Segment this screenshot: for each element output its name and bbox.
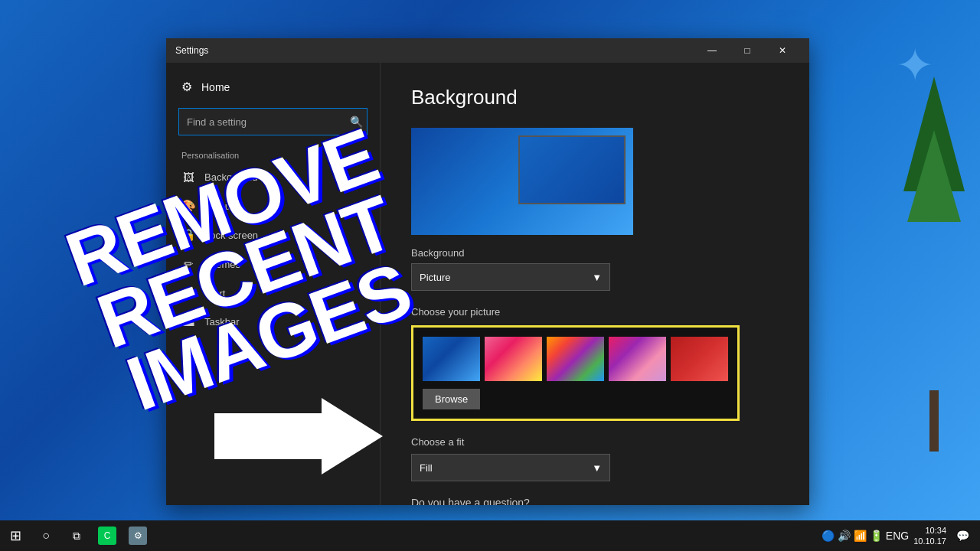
picture-thumb-4[interactable] <box>609 337 666 381</box>
taskbar-system-icons: 🔵 🔊 📶 🔋 ENG <box>822 530 909 542</box>
clock: 10:34 10.10.17 <box>913 525 946 547</box>
sidebar-item-start-label: Start <box>204 288 225 299</box>
green-app-icon: C <box>98 527 116 545</box>
sidebar-item-themes[interactable]: ✏ Themes <box>166 249 380 279</box>
page-title: Background <box>411 86 779 109</box>
bluetooth-icon: 🔵 <box>822 530 835 542</box>
background-preview <box>411 128 633 235</box>
sidebar-item-home[interactable]: ⚙ Home <box>166 72 380 102</box>
browse-button[interactable]: Browse <box>423 389 480 409</box>
search-input[interactable] <box>178 108 368 135</box>
sidebar-item-taskbar-label: Taskbar <box>204 316 240 328</box>
picture-chooser: Browse <box>411 325 740 421</box>
lang-label[interactable]: ENG <box>886 530 909 542</box>
volume-icon[interactable]: 🔊 <box>838 530 851 542</box>
preview-inner <box>518 135 626 204</box>
dropdown-chevron-icon: ▼ <box>592 272 602 283</box>
sidebar: ⚙ Home 🔍 Personalisation 🖼 Background 🎨 … <box>166 63 381 505</box>
clock-date: 10.10.17 <box>913 536 946 546</box>
sidebar-item-background-label: Background <box>204 171 257 183</box>
task-view-icon: ⧉ <box>73 530 80 543</box>
sidebar-item-taskbar[interactable]: ▬ Taskbar <box>166 308 380 336</box>
network-icon[interactable]: 📶 <box>854 530 867 542</box>
lock-screen-icon: 🔒 <box>181 228 195 242</box>
title-bar: Settings — □ ✕ <box>166 38 809 63</box>
taskbar-app-settings[interactable]: ⚙ <box>122 520 153 551</box>
themes-icon: ✏ <box>181 257 195 271</box>
fit-dropdown[interactable]: Fill ▼ <box>411 454 610 481</box>
picture-thumb-5[interactable] <box>671 337 728 381</box>
search-icon[interactable]: 🔍 <box>350 116 363 128</box>
task-view-button[interactable]: ⧉ <box>61 520 92 551</box>
sidebar-item-colours-label: Colours <box>204 201 239 212</box>
colours-icon: 🎨 <box>181 199 195 213</box>
sidebar-item-lock-screen[interactable]: 🔒 Lock screen <box>166 220 380 249</box>
sidebar-item-start[interactable]: ⊞ Start <box>166 279 380 308</box>
picture-thumb-1[interactable] <box>423 337 480 381</box>
desktop-decoration: ✦ <box>812 0 980 520</box>
sidebar-item-lock-label: Lock screen <box>204 230 258 241</box>
desktop: Settings — □ ✕ ⚙ Home 🔍 Personalisation <box>0 0 980 551</box>
tree-top <box>903 77 965 191</box>
tree-shape <box>903 77 965 306</box>
sidebar-item-themes-label: Themes <box>204 259 240 270</box>
fit-dropdown-value: Fill <box>420 462 433 474</box>
picture-grid <box>423 337 728 381</box>
sidebar-item-background[interactable]: 🖼 Background <box>166 163 380 191</box>
question-text: Do you have a question? <box>411 497 779 505</box>
search-box: 🔍 <box>178 108 368 135</box>
close-button[interactable]: ✕ <box>765 38 800 63</box>
home-label: Home <box>201 81 230 93</box>
fit-chevron-icon: ▼ <box>592 462 602 474</box>
taskbar-right: 🔵 🔊 📶 🔋 ENG 10:34 10.10.17 💬 <box>822 520 980 551</box>
battery-icon: 🔋 <box>870 530 883 542</box>
start-button[interactable]: ⊞ <box>0 520 31 551</box>
maximize-button[interactable]: □ <box>730 38 765 63</box>
tree-trunk <box>929 390 939 452</box>
window-title: Settings <box>175 45 694 56</box>
taskbar-app-green[interactable]: C <box>92 520 122 551</box>
home-icon: ⚙ <box>181 80 192 94</box>
light-rays: ✦ <box>896 38 934 92</box>
notification-button[interactable]: 💬 <box>951 520 974 551</box>
settings-window: Settings — □ ✕ ⚙ Home 🔍 Personalisation <box>166 38 809 505</box>
minimize-button[interactable]: — <box>694 38 730 63</box>
background-dropdown-label: Background <box>411 247 779 259</box>
background-dropdown[interactable]: Picture ▼ <box>411 263 610 291</box>
taskbar-search-button[interactable]: ○ <box>31 520 61 551</box>
clock-time: 10:34 <box>913 525 946 536</box>
window-body: ⚙ Home 🔍 Personalisation 🖼 Background 🎨 … <box>166 63 809 505</box>
taskbar: ⊞ ○ ⧉ C ⚙ 🔵 🔊 📶 🔋 ENG 10:34 10.10.17 <box>0 520 980 551</box>
notification-icon: 💬 <box>956 530 969 542</box>
background-icon: 🖼 <box>181 171 195 184</box>
start-icon: ⊞ <box>10 527 21 544</box>
title-bar-controls: — □ ✕ <box>694 38 800 63</box>
choose-picture-label: Choose your picture <box>411 306 779 318</box>
picture-thumb-3[interactable] <box>547 337 604 381</box>
taskbar-icon: ▬ <box>181 315 195 328</box>
tree-mid <box>907 130 961 222</box>
background-dropdown-value: Picture <box>420 272 450 283</box>
main-content: Background Background Picture ▼ Choose y… <box>381 63 809 505</box>
sidebar-item-colours[interactable]: 🎨 Colours <box>166 191 380 220</box>
picture-thumb-2[interactable] <box>485 337 542 381</box>
settings-app-icon: ⚙ <box>129 527 147 545</box>
taskbar-search-icon: ○ <box>42 529 50 543</box>
choose-fit-label: Choose a fit <box>411 436 779 448</box>
sidebar-section-title: Personalisation <box>166 142 380 163</box>
start-icon: ⊞ <box>181 286 195 300</box>
